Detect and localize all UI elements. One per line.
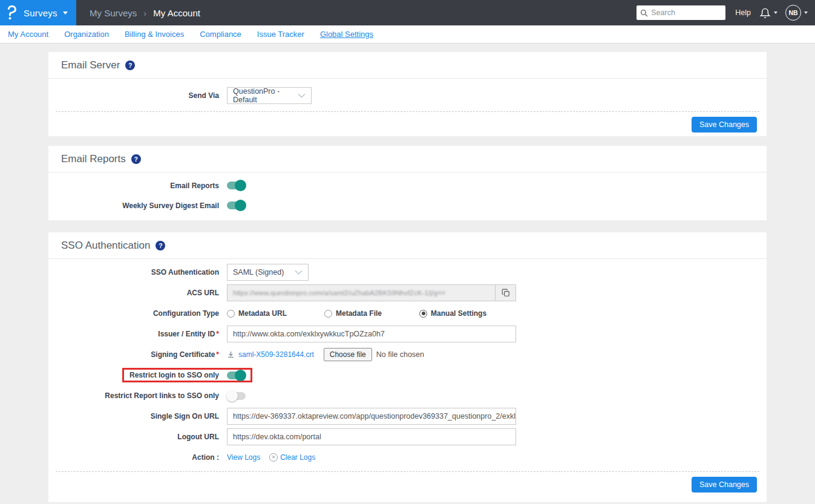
search-input[interactable]: [651, 8, 722, 17]
acs-url-value-redacted: https://www.questionpro.com/a/saml2/uZha…: [227, 289, 495, 296]
email-server-body: Send Via QuestionPro - Default Save Chan…: [48, 79, 767, 136]
weekly-digest-toggle-row: Weekly Survey Digest Email: [48, 200, 767, 211]
product-switcher[interactable]: Surveys: [0, 0, 76, 25]
email-server-title: Email Server: [61, 59, 120, 71]
account-tabs: My Account Organization Billing & Invoic…: [0, 25, 815, 44]
account-caret-icon[interactable]: [804, 11, 808, 14]
sso-title: SSO Authentication: [61, 240, 150, 252]
signing-certificate-row: Signing Certificate* saml-X509-3281644.c…: [48, 346, 767, 363]
breadcrumb-current: My Account: [153, 8, 200, 18]
issuer-label: Issuer / Entity ID*: [48, 330, 219, 338]
email-reports-header: Email Reports ?: [48, 146, 767, 172]
required-asterisk: *: [216, 330, 219, 338]
send-via-row: Send Via QuestionPro - Default: [48, 87, 767, 104]
breadcrumb-my-surveys[interactable]: My Surveys: [90, 8, 137, 18]
send-via-label: Send Via: [48, 91, 219, 100]
sso-auth-select[interactable]: SAML (Signed): [227, 264, 309, 281]
email-server-card: Email Server ? Send Via QuestionPro - De…: [48, 52, 767, 136]
action-label: Action :: [48, 453, 219, 462]
send-via-select[interactable]: QuestionPro - Default: [227, 87, 312, 104]
weekly-digest-toggle[interactable]: [227, 201, 246, 209]
tab-issue-tracker[interactable]: Issue Tracker: [257, 30, 304, 39]
questionpro-logo-icon: [7, 5, 18, 20]
copy-acs-url-button[interactable]: [495, 285, 516, 301]
email-reports-toggle[interactable]: [227, 182, 246, 189]
search-icon: [640, 9, 648, 17]
product-name: Surveys: [24, 8, 57, 18]
email-reports-card: Email Reports ? Email Reports Weekly Sur…: [48, 146, 767, 220]
required-asterisk: *: [216, 350, 219, 359]
chevron-down-icon: [63, 11, 68, 15]
acs-url-field: https://www.questionpro.com/a/saml2/uZha…: [227, 284, 516, 301]
tab-billing-invoices[interactable]: Billing & Invoices: [125, 30, 184, 39]
view-logs-link[interactable]: View Logs: [227, 453, 260, 462]
radio-manual-settings[interactable]: Manual Settings: [419, 309, 486, 318]
email-reports-toggle-row: Email Reports: [48, 180, 767, 191]
configuration-type-label: Configuration Type: [48, 309, 219, 318]
breadcrumb-separator-icon: ›: [143, 8, 146, 18]
issuer-input[interactable]: http://www.okta.com/exklxywkkucTpOZza0h7: [227, 326, 516, 342]
action-row: Action : View Logs ✕ Clear Logs: [48, 449, 767, 466]
email-reports-title: Email Reports: [61, 153, 126, 165]
single-sign-on-url-label: Single Sign On URL: [48, 412, 219, 421]
tab-my-account[interactable]: My Account: [8, 30, 48, 39]
restrict-login-highlight-box: Restrict login to SSO only: [122, 368, 252, 382]
top-navbar: Surveys My Surveys › My Account Help NB: [0, 0, 815, 25]
choose-file-button[interactable]: Choose file: [324, 348, 372, 361]
help-icon[interactable]: ?: [131, 154, 141, 164]
sso-authentication-card: SSO Authentication ? SSO Authentication …: [48, 232, 767, 502]
configuration-type-row: Configuration Type Metadata URL Metadata…: [48, 305, 767, 322]
sso-auth-row: SSO Authentication SAML (Signed): [48, 264, 767, 281]
single-sign-on-url-input[interactable]: https://dev-369337.oktapreview.com/app/q…: [227, 408, 516, 425]
logout-url-label: Logout URL: [48, 433, 219, 441]
help-icon[interactable]: ?: [125, 61, 135, 70]
chevron-down-icon: [298, 93, 306, 98]
issuer-row: Issuer / Entity ID* http://www.okta.com/…: [48, 326, 767, 342]
radio-checked-icon[interactable]: [419, 310, 427, 318]
save-changes-button[interactable]: Save Changes: [692, 117, 757, 133]
navbar-right-cluster: Help NB: [637, 5, 808, 21]
single-sign-on-url-row: Single Sign On URL https://dev-369337.ok…: [48, 408, 767, 425]
radio-icon[interactable]: [227, 310, 235, 318]
sso-header: SSO Authentication ?: [48, 232, 767, 259]
clear-logs-icon[interactable]: ✕: [269, 453, 278, 462]
restrict-login-label: Restrict login to SSO only: [129, 371, 219, 379]
breadcrumb: My Surveys › My Account: [90, 8, 200, 18]
email-reports-body: Email Reports Weekly Survey Digest Email: [48, 172, 767, 220]
chevron-down-icon: [295, 270, 303, 275]
clear-logs-link[interactable]: Clear Logs: [280, 453, 315, 462]
email-reports-toggle-label: Email Reports: [48, 182, 219, 190]
notifications-bell-icon[interactable]: [759, 7, 777, 19]
tab-organization[interactable]: Organization: [64, 30, 109, 39]
no-file-chosen-text: No file chosen: [376, 350, 424, 359]
email-server-header: Email Server ?: [48, 52, 767, 79]
radio-metadata-file[interactable]: Metadata File: [324, 309, 382, 318]
restrict-report-label: Restrict Report links to SSO only: [48, 391, 219, 400]
signing-certificate-label: Signing Certificate*: [48, 350, 219, 359]
tab-global-settings[interactable]: Global Settings: [320, 30, 373, 39]
restrict-login-toggle[interactable]: [227, 371, 246, 379]
acs-url-row: ACS URL https://www.questionpro.com/a/sa…: [48, 284, 767, 301]
certificate-file-link[interactable]: saml-X509-3281644.crt: [238, 350, 314, 359]
download-icon[interactable]: [227, 350, 235, 359]
help-link[interactable]: Help: [735, 8, 751, 17]
tab-compliance[interactable]: Compliance: [200, 30, 241, 39]
restrict-login-row: Restrict login to SSO only: [48, 367, 767, 384]
save-changes-button[interactable]: Save Changes: [692, 477, 757, 493]
restrict-report-row: Restrict Report links to SSO only: [48, 387, 767, 404]
logout-url-row: Logout URL https://dev.okta.com/portal: [48, 428, 767, 445]
sso-auth-label: SSO Authentication: [48, 268, 219, 277]
acs-url-label: ACS URL: [48, 289, 219, 297]
radio-icon[interactable]: [324, 310, 332, 318]
notifications-caret-icon: [774, 11, 777, 14]
sso-body: SSO Authentication SAML (Signed) ACS URL…: [48, 259, 767, 502]
search-box[interactable]: [637, 5, 725, 20]
radio-metadata-url[interactable]: Metadata URL: [227, 309, 287, 318]
restrict-report-toggle[interactable]: [227, 392, 246, 400]
avatar[interactable]: NB: [785, 5, 801, 21]
logout-url-input[interactable]: https://dev.okta.com/portal: [227, 428, 516, 445]
weekly-digest-toggle-label: Weekly Survey Digest Email: [48, 201, 219, 210]
help-icon[interactable]: ?: [155, 241, 165, 250]
